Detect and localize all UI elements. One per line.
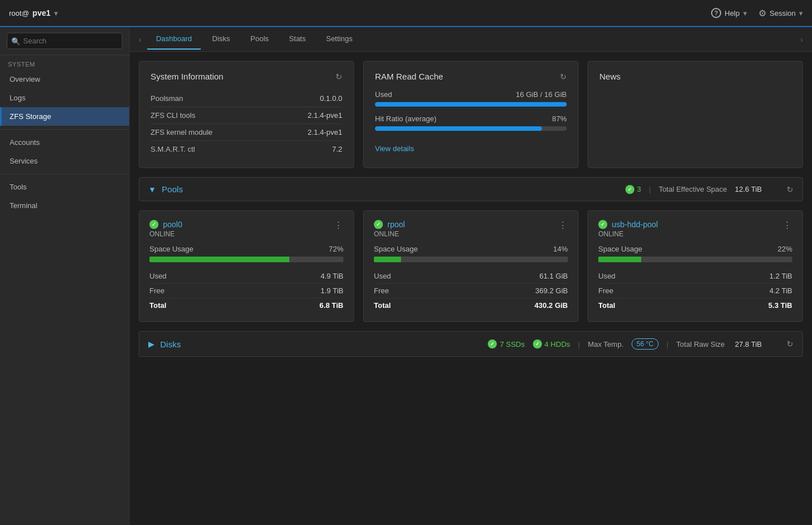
disks-ssds-dot: [488, 339, 497, 348]
pool0-used-label: Used: [149, 272, 166, 280]
usb-hdd-total-value: 5.3 TiB: [769, 301, 792, 310]
zfs-cli-value: 2.1.4-pve1: [308, 111, 342, 120]
news-title: News: [599, 72, 621, 81]
pools-refresh[interactable]: ↻: [787, 185, 793, 194]
rpool-status-dot: [374, 220, 383, 229]
session-label: Session: [770, 9, 796, 17]
disks-hdds-count: 4 HDDs: [545, 340, 571, 348]
tab-disks[interactable]: Disks: [203, 29, 239, 50]
hit-ratio-stat: Hit Ratio (average) 87%: [375, 114, 567, 131]
used-progress-fill: [375, 102, 567, 107]
pool0-status-badge: [149, 220, 158, 229]
pool0-name-status: pool0 ONLINE: [149, 220, 182, 238]
pools-section-header[interactable]: ▼ Pools 3 | Total Effective Space 12.6 T…: [139, 177, 803, 201]
disks-meta: 7 SSDs 4 HDDs | Max Temp. 56 °C | Total …: [488, 338, 793, 350]
pool0-total-value: 6.8 TiB: [320, 301, 343, 310]
tab-dashboard[interactable]: Dashboard: [147, 29, 201, 50]
sidebar-divider-2: [0, 174, 129, 174]
sidebar-item-logs[interactable]: Logs: [0, 89, 129, 107]
pool-card-rpool: rpool ONLINE ⋮ Space Usage 14%: [363, 210, 579, 322]
usb-hdd-menu[interactable]: ⋮: [783, 220, 792, 231]
session-dropdown-icon: ▾: [799, 9, 803, 17]
news-card: News: [588, 61, 803, 168]
rpool-status-badge: [374, 220, 383, 229]
usb-hdd-space-label: Space Usage: [598, 245, 642, 253]
sidebar-item-accounts[interactable]: Accounts: [0, 133, 129, 152]
pools-total-value: 12.6 TiB: [735, 185, 762, 193]
hit-ratio-label: Hit Ratio (average): [375, 114, 436, 123]
disks-max-temp-label: Max Temp.: [588, 340, 623, 348]
search-input[interactable]: [7, 33, 122, 49]
rpool-progress-fill: [374, 257, 401, 262]
help-button[interactable]: ? Help ▾: [711, 8, 747, 18]
usb-hdd-free-label: Free: [598, 286, 614, 295]
info-row-smart: S.M.A.R.T. ctl 7.2: [151, 141, 342, 157]
disks-ssds-badge: 7 SSDs: [488, 339, 524, 348]
usb-hdd-progress-fill: [598, 257, 641, 262]
disks-separator: |: [578, 340, 580, 348]
disks-chevron-icon: ▶: [148, 339, 155, 348]
rpool-space-percent: 14%: [553, 245, 568, 253]
usb-hdd-total-label: Total: [598, 301, 615, 310]
session-button[interactable]: ⚙ Session ▾: [758, 8, 803, 19]
disks-section-header[interactable]: ▶ Disks 7 SSDs 4 HDDs | Max Temp. 56 °C …: [139, 331, 803, 357]
sidebar-item-zfs-storage[interactable]: ZFS Storage: [0, 107, 129, 126]
ram-cache-refresh[interactable]: ↻: [560, 72, 567, 81]
help-dropdown-icon: ▾: [743, 9, 747, 17]
sidebar-item-tools[interactable]: Tools: [0, 178, 129, 196]
topbar-user[interactable]: root@ pve1 ▾: [9, 8, 58, 17]
rpool-free-label: Free: [374, 286, 389, 295]
topbar: root@ pve1 ▾ ? Help ▾ ⚙ Session ▾: [0, 0, 812, 27]
rpool-name-status: rpool ONLINE: [374, 220, 405, 238]
pool0-progress-fill: [149, 257, 289, 262]
pool0-name: pool0: [163, 220, 182, 229]
tab-settings[interactable]: Settings: [317, 29, 361, 50]
sidebar: 🔍 System Overview Logs ZFS Storage Accou…: [0, 27, 130, 525]
layout: 🔍 System Overview Logs ZFS Storage Accou…: [0, 27, 812, 525]
sidebar-item-terminal[interactable]: Terminal: [0, 196, 129, 215]
rpool-menu[interactable]: ⋮: [558, 220, 568, 231]
zfs-cli-label: ZFS CLI tools: [151, 111, 195, 120]
topbar-actions: ? Help ▾ ⚙ Session ▾: [711, 8, 803, 19]
info-row-poolsman: Poolsman 0.1.0.0: [151, 90, 342, 107]
info-row-zfs-cli: ZFS CLI tools 2.1.4-pve1: [151, 107, 342, 124]
usb-hdd-name-row: usb-hdd-pool: [598, 220, 658, 229]
sidebar-item-overview[interactable]: Overview: [0, 70, 129, 89]
rpool-used-label: Used: [374, 272, 391, 280]
pools-count: 3: [637, 185, 641, 193]
tab-nav-right[interactable]: ›: [797, 33, 806, 46]
tab-pools[interactable]: Pools: [241, 29, 278, 50]
user-dropdown-icon[interactable]: ▾: [54, 9, 58, 17]
used-value: 16 GiB / 16 GiB: [516, 90, 567, 99]
usb-hdd-status-dot: [598, 220, 607, 229]
zfs-kernel-label: ZFS kernel module: [151, 128, 213, 136]
usb-hdd-header: usb-hdd-pool ONLINE ⋮: [598, 220, 792, 238]
pools-chevron-icon: ▼: [148, 185, 156, 194]
usb-hdd-used-value: 1.2 TiB: [770, 272, 792, 280]
rpool-space-header: Space Usage 14%: [374, 245, 568, 253]
used-progress-bg: [375, 102, 567, 107]
main-content: ‹ Dashboard Disks Pools Stats Settings ›…: [130, 27, 812, 525]
disks-refresh[interactable]: ↻: [787, 339, 793, 348]
poolsman-value: 0.1.0.0: [320, 94, 342, 103]
pool0-total-row: Total 6.8 TiB: [149, 298, 343, 312]
smart-label: S.M.A.R.T. ctl: [151, 145, 195, 153]
tab-nav-left[interactable]: ‹: [135, 33, 145, 46]
hit-ratio-progress-bg: [375, 126, 567, 131]
zfs-kernel-value: 2.1.4-pve1: [308, 128, 342, 136]
pool0-free-label: Free: [149, 286, 165, 295]
hostname-label: pve1: [33, 8, 51, 17]
system-info-refresh[interactable]: ↻: [336, 72, 342, 81]
top-cards-row: System Information ↻ Poolsman 0.1.0.0 ZF…: [139, 61, 803, 168]
pool0-menu[interactable]: ⋮: [334, 220, 343, 231]
rpool-free-row: Free 369.2 GiB: [374, 284, 568, 298]
ram-cache-card: RAM Read Cache ↻ Used 16 GiB / 16 GiB: [363, 61, 579, 168]
rpool-name-row: rpool: [374, 220, 405, 229]
tab-stats[interactable]: Stats: [280, 29, 315, 50]
disks-title: Disks: [160, 339, 181, 349]
hit-ratio-progress-fill: [375, 126, 542, 131]
usb-hdd-status-badge: [598, 220, 607, 229]
view-details-link[interactable]: View details: [375, 144, 414, 153]
rpool-status: ONLINE: [374, 230, 405, 238]
sidebar-item-services[interactable]: Services: [0, 152, 129, 170]
